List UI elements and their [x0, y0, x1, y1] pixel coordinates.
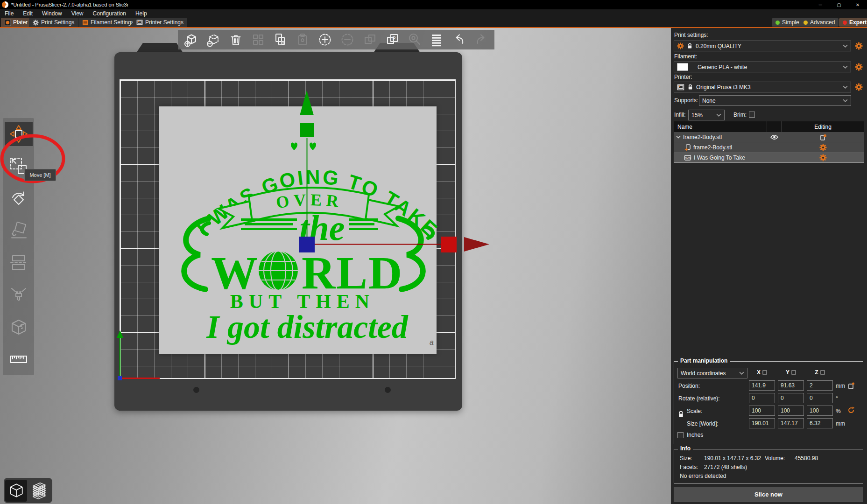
gear-icon[interactable] [819, 144, 827, 151]
scale-z-input[interactable] [807, 406, 833, 416]
reset-scale-icon[interactable] [847, 406, 855, 414]
mode-simple-button[interactable]: Simple [772, 18, 803, 27]
part-row-i-was-going-to-take[interactable]: I Was Going To Take [674, 153, 864, 163]
coordinates-select[interactable]: World coordinates [677, 368, 747, 378]
arrange-button[interactable] [247, 30, 269, 49]
position-y-input[interactable] [778, 380, 804, 391]
tab-print-settings[interactable]: Print Settings [29, 18, 78, 27]
search-button[interactable] [403, 30, 426, 49]
minimize-icon: ─ [818, 2, 822, 7]
menu-file[interactable]: File [0, 9, 18, 18]
place-on-face-tool-button[interactable] [5, 218, 33, 243]
mode-advanced-button[interactable]: Advanced [800, 18, 839, 27]
print-settings-select[interactable]: 0.20mm QUALITY [674, 41, 851, 51]
copy-button[interactable] [269, 30, 291, 49]
paste-button[interactable] [291, 30, 314, 49]
bed-screw-right [385, 387, 391, 393]
object-settings-icon[interactable] [819, 133, 827, 141]
menu-help[interactable]: Help [131, 9, 152, 18]
rotate-y-input[interactable] [778, 393, 804, 403]
mirror-y-icon[interactable] [791, 370, 796, 375]
scale-y-input[interactable] [778, 406, 804, 416]
info-panel: Info Size: 190.01 x 147.17 x 6.32 Volume… [674, 449, 863, 483]
split-to-parts-button[interactable]: P [381, 30, 403, 49]
brim-checkbox[interactable] [749, 112, 755, 118]
eye-icon[interactable] [770, 134, 778, 140]
object-list: Name Editing frame2-Body.stl frame2-Body… [674, 121, 864, 163]
info-size-value: 190.01 x 147.17 x 6.32 [704, 455, 765, 462]
printer-gear-button[interactable] [853, 82, 864, 92]
chevron-down-icon [843, 99, 848, 102]
move-icon [8, 124, 29, 144]
slice-now-button[interactable]: Slice now [674, 487, 863, 502]
size-y-input[interactable] [778, 418, 804, 428]
title-bar: *Untitled - PrusaSlicer-2.7.0-alpha1 bas… [0, 0, 867, 9]
rotate-tool-button[interactable] [5, 186, 33, 210]
axis-header-x: X [749, 369, 775, 376]
info-volume-value: 45580.98 [795, 455, 863, 462]
printer-select[interactable]: Original Prusa i3 MK3 [674, 82, 851, 92]
rotate-x-input[interactable] [749, 393, 775, 403]
split-to-objects-button[interactable] [359, 30, 381, 49]
menu-bar: File Edit Window View Configuration Help [0, 9, 867, 18]
tab-printer-settings[interactable]: Printer Settings [133, 18, 187, 27]
position-label: Position: [678, 383, 700, 389]
supports-select[interactable]: None [699, 95, 851, 106]
model-object-plate[interactable] [159, 106, 437, 354]
editor-view-button[interactable] [5, 480, 27, 502]
close-button[interactable]: ✕ [848, 0, 867, 9]
paint-supports-tool-button[interactable] [5, 283, 33, 307]
position-unit: mm [836, 383, 845, 389]
cut-tool-button[interactable] [5, 251, 33, 275]
mirror-z-icon[interactable] [820, 370, 825, 375]
infill-select[interactable]: 15% [688, 110, 725, 120]
delete-object-button[interactable] [202, 30, 225, 49]
part-row-frame2-body[interactable]: frame2-Body.stl [674, 142, 864, 153]
gear-icon [677, 42, 684, 49]
minimize-button[interactable]: ─ [811, 0, 830, 9]
tab-filament-settings[interactable]: Filament Settings [78, 18, 138, 27]
chevron-down-icon [843, 85, 848, 89]
delete-object-icon [205, 32, 221, 48]
menu-edit[interactable]: Edit [18, 9, 37, 18]
add-object-button[interactable] [180, 30, 202, 49]
print-settings-gear-button[interactable] [853, 41, 864, 51]
size-z-input[interactable] [807, 418, 833, 428]
variable-layer-height-button[interactable] [425, 30, 448, 49]
redo-button[interactable] [470, 30, 493, 49]
delete-all-button[interactable] [225, 30, 247, 49]
preview-view-button[interactable] [28, 480, 50, 502]
remove-instance-button[interactable] [336, 30, 359, 49]
rotate-z-input[interactable] [807, 393, 833, 403]
uniform-scale-lock-icon[interactable] [677, 411, 684, 418]
filament-select[interactable]: Generic PLA - white [674, 62, 851, 72]
arrange-icon [250, 32, 266, 48]
tab-plater[interactable]: Plater [1, 18, 31, 27]
menu-view[interactable]: View [67, 9, 88, 18]
undo-button[interactable] [448, 30, 470, 49]
printer-icon [677, 84, 684, 91]
menu-configuration[interactable]: Configuration [88, 9, 131, 18]
gear-icon [855, 83, 863, 91]
add-instance-button[interactable] [314, 30, 336, 49]
maximize-button[interactable]: ▢ [830, 0, 848, 9]
measure-tool-button[interactable] [5, 347, 33, 371]
visibility-column-header [767, 121, 782, 132]
gear-icon[interactable] [819, 154, 827, 161]
mode-expert-button[interactable]: Expert [839, 18, 867, 27]
scale-x-input[interactable] [749, 406, 775, 416]
drop-to-bed-icon[interactable] [847, 382, 855, 389]
size-label: Size [World]: [687, 420, 719, 427]
position-z-input[interactable] [807, 380, 833, 391]
move-tool-button[interactable] [5, 122, 33, 146]
filament-gear-button[interactable] [853, 62, 864, 72]
seam-tool-button[interactable] [5, 315, 33, 339]
object-row-frame2-body[interactable]: frame2-Body.stl [674, 132, 864, 142]
inches-checkbox[interactable] [677, 432, 684, 438]
chevron-down-icon[interactable] [676, 135, 681, 139]
chevron-down-icon [716, 113, 721, 117]
menu-window[interactable]: Window [37, 9, 67, 18]
mirror-x-icon[interactable] [762, 370, 767, 375]
position-x-input[interactable] [749, 380, 775, 391]
size-x-input[interactable] [749, 418, 775, 428]
